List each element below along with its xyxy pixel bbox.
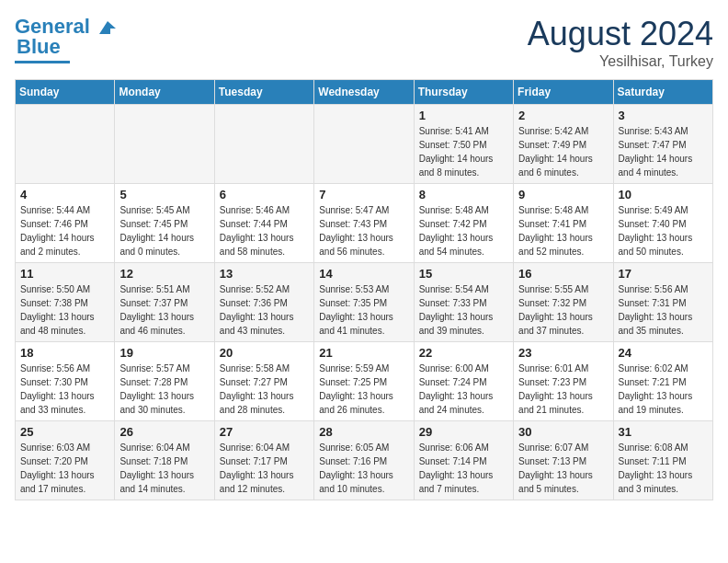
day-number: 21 <box>319 346 408 360</box>
calendar-cell: 5Sunrise: 5:45 AM Sunset: 7:45 PM Daylig… <box>115 184 214 263</box>
header-tuesday: Tuesday <box>214 80 313 105</box>
day-number: 16 <box>518 267 608 281</box>
day-info: Sunrise: 5:42 AM Sunset: 7:49 PM Dayligh… <box>518 124 608 179</box>
calendar-cell: 9Sunrise: 5:48 AM Sunset: 7:41 PM Daylig… <box>514 184 613 263</box>
day-number: 31 <box>619 425 708 439</box>
day-number: 27 <box>220 425 309 439</box>
week-row-3: 11Sunrise: 5:50 AM Sunset: 7:38 PM Dayli… <box>16 263 713 342</box>
calendar-cell <box>16 105 115 184</box>
day-info: Sunrise: 5:52 AM Sunset: 7:36 PM Dayligh… <box>220 282 309 338</box>
calendar-cell: 11Sunrise: 5:50 AM Sunset: 7:38 PM Dayli… <box>16 263 115 342</box>
day-number: 18 <box>20 346 109 360</box>
day-info: Sunrise: 5:53 AM Sunset: 7:35 PM Dayligh… <box>319 282 408 338</box>
logo: General Blue <box>15 15 118 63</box>
location-title: Yesilhisar, Turkey <box>528 53 713 70</box>
calendar-cell: 28Sunrise: 6:05 AM Sunset: 7:16 PM Dayli… <box>314 421 414 500</box>
header-thursday: Thursday <box>414 80 513 105</box>
day-info: Sunrise: 5:44 AM Sunset: 7:46 PM Dayligh… <box>20 203 109 259</box>
day-info: Sunrise: 6:00 AM Sunset: 7:24 PM Dayligh… <box>419 362 508 417</box>
day-number: 24 <box>619 346 708 360</box>
calendar-cell <box>214 105 313 184</box>
calendar-cell: 8Sunrise: 5:48 AM Sunset: 7:42 PM Daylig… <box>414 184 513 263</box>
calendar-cell: 14Sunrise: 5:53 AM Sunset: 7:35 PM Dayli… <box>314 263 414 342</box>
day-info: Sunrise: 6:04 AM Sunset: 7:18 PM Dayligh… <box>119 441 209 496</box>
calendar-cell: 1Sunrise: 5:41 AM Sunset: 7:50 PM Daylig… <box>414 105 513 184</box>
day-number: 25 <box>20 425 109 439</box>
day-info: Sunrise: 6:04 AM Sunset: 7:17 PM Dayligh… <box>220 441 309 496</box>
calendar-cell: 17Sunrise: 5:56 AM Sunset: 7:31 PM Dayli… <box>613 263 712 342</box>
calendar-cell: 2Sunrise: 5:42 AM Sunset: 7:49 PM Daylig… <box>514 105 613 184</box>
day-number: 13 <box>220 267 309 281</box>
week-row-2: 4Sunrise: 5:44 AM Sunset: 7:46 PM Daylig… <box>16 184 713 263</box>
calendar-cell: 15Sunrise: 5:54 AM Sunset: 7:33 PM Dayli… <box>414 263 513 342</box>
day-info: Sunrise: 6:03 AM Sunset: 7:20 PM Dayligh… <box>20 441 109 496</box>
logo-blue: Blue <box>17 35 61 59</box>
day-info: Sunrise: 5:56 AM Sunset: 7:31 PM Dayligh… <box>619 282 708 338</box>
calendar-cell: 23Sunrise: 6:01 AM Sunset: 7:23 PM Dayli… <box>514 342 613 421</box>
day-info: Sunrise: 5:47 AM Sunset: 7:43 PM Dayligh… <box>319 203 408 259</box>
day-info: Sunrise: 5:55 AM Sunset: 7:32 PM Dayligh… <box>518 282 608 338</box>
day-info: Sunrise: 5:46 AM Sunset: 7:44 PM Dayligh… <box>220 203 309 259</box>
calendar-cell: 25Sunrise: 6:03 AM Sunset: 7:20 PM Dayli… <box>16 421 115 500</box>
calendar-cell: 29Sunrise: 6:06 AM Sunset: 7:14 PM Dayli… <box>414 421 513 500</box>
day-info: Sunrise: 5:59 AM Sunset: 7:25 PM Dayligh… <box>319 362 408 417</box>
day-number: 6 <box>220 188 309 201</box>
calendar-cell: 21Sunrise: 5:59 AM Sunset: 7:25 PM Dayli… <box>314 342 414 421</box>
header-friday: Friday <box>514 80 613 105</box>
day-number: 28 <box>319 425 408 439</box>
day-number: 9 <box>518 188 608 201</box>
calendar-cell: 22Sunrise: 6:00 AM Sunset: 7:24 PM Dayli… <box>414 342 513 421</box>
week-row-1: 1Sunrise: 5:41 AM Sunset: 7:50 PM Daylig… <box>16 105 713 184</box>
calendar-cell <box>115 105 214 184</box>
calendar-cell: 6Sunrise: 5:46 AM Sunset: 7:44 PM Daylig… <box>214 184 313 263</box>
day-info: Sunrise: 5:43 AM Sunset: 7:47 PM Dayligh… <box>619 124 708 179</box>
calendar-cell: 3Sunrise: 5:43 AM Sunset: 7:47 PM Daylig… <box>613 105 712 184</box>
day-info: Sunrise: 5:54 AM Sunset: 7:33 PM Dayligh… <box>419 282 508 338</box>
day-number: 10 <box>619 188 708 201</box>
calendar-cell: 20Sunrise: 5:58 AM Sunset: 7:27 PM Dayli… <box>214 342 313 421</box>
day-info: Sunrise: 6:02 AM Sunset: 7:21 PM Dayligh… <box>619 362 708 417</box>
day-number: 17 <box>619 267 708 281</box>
day-number: 7 <box>319 188 408 201</box>
day-number: 8 <box>419 188 508 201</box>
day-number: 23 <box>518 346 608 360</box>
day-info: Sunrise: 6:05 AM Sunset: 7:16 PM Dayligh… <box>319 441 408 496</box>
day-info: Sunrise: 5:51 AM Sunset: 7:37 PM Dayligh… <box>119 282 209 338</box>
header-monday: Monday <box>115 80 214 105</box>
day-number: 19 <box>119 346 209 360</box>
day-info: Sunrise: 6:01 AM Sunset: 7:23 PM Dayligh… <box>518 362 608 417</box>
calendar-cell: 19Sunrise: 5:57 AM Sunset: 7:28 PM Dayli… <box>115 342 214 421</box>
calendar-cell: 27Sunrise: 6:04 AM Sunset: 7:17 PM Dayli… <box>214 421 313 500</box>
calendar-cell: 4Sunrise: 5:44 AM Sunset: 7:46 PM Daylig… <box>16 184 115 263</box>
week-row-4: 18Sunrise: 5:56 AM Sunset: 7:30 PM Dayli… <box>16 342 713 421</box>
day-info: Sunrise: 6:08 AM Sunset: 7:11 PM Dayligh… <box>619 441 708 496</box>
logo-divider <box>15 61 70 63</box>
day-info: Sunrise: 5:45 AM Sunset: 7:45 PM Dayligh… <box>119 203 209 259</box>
day-info: Sunrise: 5:57 AM Sunset: 7:28 PM Dayligh… <box>119 362 209 417</box>
day-info: Sunrise: 6:06 AM Sunset: 7:14 PM Dayligh… <box>419 441 508 496</box>
calendar-table: SundayMondayTuesdayWednesdayThursdayFrid… <box>15 79 713 500</box>
day-number: 4 <box>20 188 109 201</box>
day-info: Sunrise: 5:49 AM Sunset: 7:40 PM Dayligh… <box>619 203 708 259</box>
day-number: 29 <box>419 425 508 439</box>
month-title: August 2024 <box>528 15 713 53</box>
day-number: 15 <box>419 267 508 281</box>
calendar-cell: 31Sunrise: 6:08 AM Sunset: 7:11 PM Dayli… <box>613 421 712 500</box>
day-number: 5 <box>119 188 209 201</box>
calendar-cell: 26Sunrise: 6:04 AM Sunset: 7:18 PM Dayli… <box>115 421 214 500</box>
day-info: Sunrise: 6:07 AM Sunset: 7:13 PM Dayligh… <box>518 441 608 496</box>
calendar-cell: 18Sunrise: 5:56 AM Sunset: 7:30 PM Dayli… <box>16 342 115 421</box>
day-number: 2 <box>518 109 608 122</box>
calendar-cell: 7Sunrise: 5:47 AM Sunset: 7:43 PM Daylig… <box>314 184 414 263</box>
day-number: 22 <box>419 346 508 360</box>
calendar-cell: 10Sunrise: 5:49 AM Sunset: 7:40 PM Dayli… <box>613 184 712 263</box>
calendar-cell: 24Sunrise: 6:02 AM Sunset: 7:21 PM Dayli… <box>613 342 712 421</box>
calendar-cell: 16Sunrise: 5:55 AM Sunset: 7:32 PM Dayli… <box>514 263 613 342</box>
day-info: Sunrise: 5:41 AM Sunset: 7:50 PM Dayligh… <box>419 124 508 179</box>
page-header: General Blue August 2024 Yesilhisar, Tur… <box>15 15 713 70</box>
calendar-header-row: SundayMondayTuesdayWednesdayThursdayFrid… <box>16 80 713 105</box>
title-block: August 2024 Yesilhisar, Turkey <box>528 15 713 70</box>
day-number: 14 <box>319 267 408 281</box>
day-number: 20 <box>220 346 309 360</box>
header-saturday: Saturday <box>613 80 712 105</box>
